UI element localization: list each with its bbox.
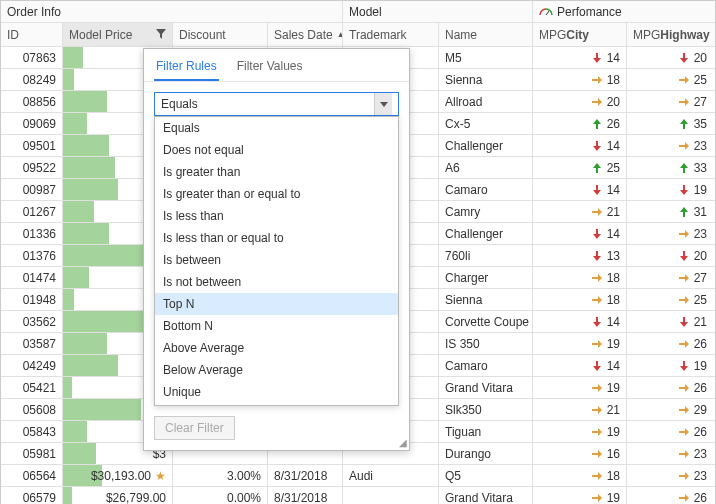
tab-filter-rules[interactable]: Filter Rules [154,55,219,81]
price-bar [63,377,72,398]
tab-filter-values[interactable]: Filter Values [235,55,305,81]
cell-name: Sienna [439,69,533,90]
filter-option[interactable]: Top N [155,293,398,315]
cell-sales-date: 8/31/2018 [268,487,343,504]
cell-mpg-highway: 23 [627,135,713,156]
cell-id: 09501 [1,135,63,156]
header-name[interactable]: Name [439,23,533,46]
filter-option[interactable]: Duplicate [155,403,398,406]
price-bar [63,201,94,222]
arrow-down-icon [591,250,603,262]
filter-tabbar: Filter Rules Filter Values [144,49,409,82]
price-bar [63,421,87,442]
combo-selected-text: Equals [161,97,198,111]
arrow-flat-icon [591,426,603,438]
cell-name: Grand Vitara [439,377,533,398]
filter-option[interactable]: Is less than [155,205,398,227]
filter-option[interactable]: Is not between [155,271,398,293]
cell-id: 06579 [1,487,63,504]
filter-dropdown[interactable]: EqualsDoes not equalIs greater thanIs gr… [154,116,399,406]
chevron-down-icon[interactable] [374,93,392,115]
header-mpg-city[interactable]: MPG City [533,23,627,46]
resize-grip-icon[interactable]: ◢ [399,437,407,448]
cell-id: 03562 [1,311,63,332]
cell-mpg-highway: 25 [627,289,713,310]
filter-icon[interactable] [156,29,166,41]
arrow-flat-icon [678,74,690,86]
header-id[interactable]: ID [1,23,63,46]
band-performance[interactable]: Perfomance [533,1,713,22]
filter-option[interactable]: Is between [155,249,398,271]
band-order-info[interactable]: Order Info [1,1,343,22]
arrow-flat-icon [678,272,690,284]
arrow-flat-icon [591,382,603,394]
clear-filter-button[interactable]: Clear Filter [154,416,235,440]
arrow-up-icon [678,118,690,130]
cell-id: 05608 [1,399,63,420]
cell-id: 01267 [1,201,63,222]
cell-id: 00987 [1,179,63,200]
band-model[interactable]: Model [343,1,533,22]
arrow-up-icon [591,162,603,174]
filter-option[interactable]: Equals [155,117,398,139]
arrow-flat-icon [678,492,690,504]
header-mpg-highway[interactable]: MPG Highway [627,23,713,46]
price-bar [63,157,115,178]
price-bar [63,69,74,90]
band-perf-label: Perfomance [557,5,622,19]
cell-name: Camaro [439,355,533,376]
cell-mpg-highway: 23 [627,465,713,486]
mpgc-pre: MPG [539,28,566,42]
filter-option[interactable]: Unique [155,381,398,403]
filter-option[interactable]: Is greater than or equal to [155,183,398,205]
arrow-down-icon [591,360,603,372]
cell-mpg-city: 14 [533,47,627,68]
cell-mpg-city: 19 [533,377,627,398]
cell-name: Sienna [439,289,533,310]
filter-option[interactable]: Above Average [155,337,398,359]
price-text: $26,799.00 [106,491,166,505]
filter-option[interactable]: Does not equal [155,139,398,161]
filter-option[interactable]: Bottom N [155,315,398,337]
arrow-flat-icon [591,338,603,350]
header-trademark[interactable]: Trademark [343,23,439,46]
cell-mpg-highway: 19 [627,355,713,376]
cell-mpg-highway: 21 [627,311,713,332]
filter-option[interactable]: Is greater than [155,161,398,183]
cell-id: 01336 [1,223,63,244]
cell-name: Durango [439,443,533,464]
filter-option[interactable]: Is less than or equal to [155,227,398,249]
table-row[interactable]: 06564$30,193.00★3.00%8/31/2018AudiQ51823 [1,465,715,487]
arrow-down-icon [591,52,603,64]
cell-id: 08249 [1,69,63,90]
cell-mpg-highway: 20 [627,245,713,266]
cell-name: Allroad [439,91,533,112]
arrow-down-icon [678,250,690,262]
price-bar [63,399,141,420]
arrow-flat-icon [591,272,603,284]
cell-name: Tiguan [439,421,533,442]
table-row[interactable]: 06579$26,799.000.00%8/31/2018Grand Vitar… [1,487,715,504]
filter-rule-combo[interactable]: Equals EqualsDoes not equalIs greater th… [154,92,399,116]
header-sales-date[interactable]: Sales Date ▲ [268,23,343,46]
cell-mpg-city: 21 [533,201,627,222]
cell-id: 09522 [1,157,63,178]
price-bar [63,47,83,68]
price-bar [63,487,72,504]
gauge-icon [539,7,553,17]
price-bar [63,91,107,112]
cell-id: 03587 [1,333,63,354]
filter-option[interactable]: Below Average [155,359,398,381]
header-model-price[interactable]: Model Price [63,23,173,46]
price-bar [63,267,89,288]
mpgh-pre: MPG [633,28,660,42]
price-bar [63,333,107,354]
arrow-flat-icon [591,448,603,460]
combo-input[interactable]: Equals [154,92,399,116]
price-bar [63,179,118,200]
header-discount[interactable]: Discount [173,23,268,46]
cell-mpg-city: 26 [533,113,627,134]
arrow-flat-icon [678,470,690,482]
cell-mpg-city: 18 [533,465,627,486]
cell-mpg-highway: 29 [627,399,713,420]
